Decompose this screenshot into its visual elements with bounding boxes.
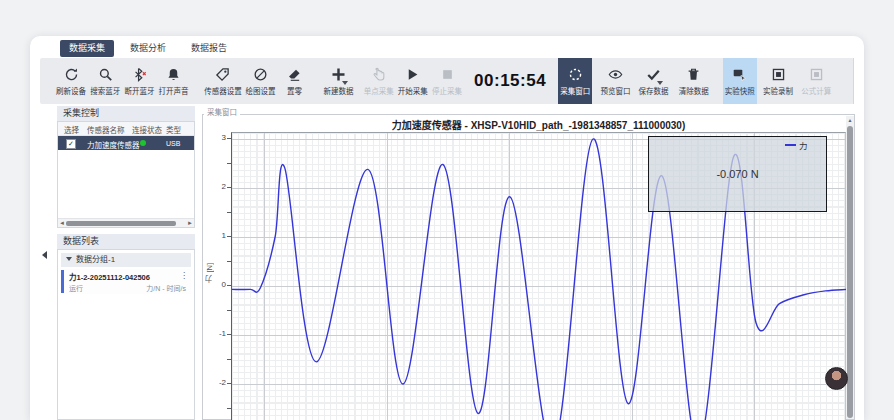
data-list-item[interactable]: 力1-2-20251112-042506 ⋮ 运行 力/N - 时间/s <box>61 269 191 294</box>
y-tick-label: 1 <box>208 231 226 240</box>
toolbar-separator <box>853 58 854 104</box>
table-row-sensor[interactable]: ✓ 力加速度传感器 USB <box>58 136 194 150</box>
sensor-type: USB <box>166 140 180 147</box>
bell-icon <box>166 67 181 82</box>
bell-button[interactable]: 打开声音 <box>156 58 190 104</box>
eraser-icon <box>287 67 302 82</box>
toolbar-button-label: 传感器设置 <box>204 85 242 96</box>
scrollbar-thumb[interactable] <box>66 221 176 226</box>
col-type: 类型 <box>166 124 181 135</box>
legend-label: 力 <box>799 139 808 151</box>
y-tick-label: 0 <box>208 280 226 289</box>
legend-line-swatch <box>785 144 796 147</box>
toolbar-button-label: 新建数据 <box>324 85 354 96</box>
item-accent-bar <box>61 270 64 293</box>
elapsed-timer: 00:15:54 <box>474 71 546 91</box>
chevron-down-icon[interactable] <box>342 81 348 85</box>
tab-0[interactable]: 数据采集 <box>60 40 114 57</box>
play-icon <box>405 67 420 82</box>
search-button[interactable]: 搜索蓝牙 <box>88 58 122 104</box>
record-icon <box>771 67 786 82</box>
avatar[interactable] <box>825 367 848 390</box>
horizontal-scrollbar[interactable]: ◄ ► <box>58 218 194 227</box>
eye-icon <box>608 67 623 82</box>
data-item-title: 力1-2-20251112-042506 <box>69 271 150 282</box>
y-tick-label: 2 <box>208 182 226 191</box>
stop-button[interactable]: 停止采集 <box>430 58 464 104</box>
toolbar-button-label: 单点采集 <box>364 85 394 96</box>
sensor-table-header: 选择 传感器名称 连接状态 类型 <box>58 122 194 136</box>
toolbar-button-label: 公式计算 <box>801 85 831 96</box>
app-window: 数据采集数据分析数据报告 刷新设备搜索蓝牙断开蓝牙打开声音传感器设置绘图设置置零… <box>30 36 864 420</box>
refresh-icon <box>64 67 79 82</box>
data-group-row[interactable]: 数据分组-1 <box>61 253 191 267</box>
toolbar-button-label: 保存数据 <box>639 85 669 96</box>
tab-2[interactable]: 数据报告 <box>182 40 236 57</box>
y-tick-label: 3 <box>208 133 226 142</box>
toolbar-button-label: 断开蓝牙 <box>124 85 154 96</box>
toolbar-button-label: 绘图设置 <box>245 85 275 96</box>
hand-point-button[interactable]: 单点采集 <box>362 58 396 104</box>
eye-button[interactable]: 预览窗口 <box>598 58 632 104</box>
data-group-label: 数据分组-1 <box>76 255 115 264</box>
sensor-settings-button[interactable]: 传感器设置 <box>203 58 244 104</box>
bluetooth-off-icon <box>132 67 147 82</box>
chart-legend: 力 <box>785 139 808 151</box>
plus-button[interactable]: 新建数据 <box>321 58 355 104</box>
scroll-left-icon[interactable]: ◄ <box>59 219 65 227</box>
toolbar-button-label: 置零 <box>287 85 302 96</box>
check-icon <box>646 67 661 82</box>
trash-button[interactable]: 清除数据 <box>677 58 711 104</box>
annotation-value: -0.070 N <box>716 168 758 180</box>
main-tabbar: 数据采集数据分析数据报告 <box>60 40 236 57</box>
sensor-settings-icon <box>215 67 230 82</box>
play-button[interactable]: 开始采集 <box>396 58 430 104</box>
scroll-right-icon[interactable]: ► <box>187 219 193 227</box>
status-dot <box>140 140 146 146</box>
check-button[interactable]: 保存数据 <box>636 58 670 104</box>
data-item-axes: 力/N - 时间/s <box>146 283 186 293</box>
formula-icon <box>809 67 824 82</box>
y-tick-label: -1 <box>208 329 226 338</box>
y-tick-label: -2 <box>208 378 226 387</box>
sensor-checkbox[interactable]: ✓ <box>66 139 76 149</box>
col-name: 传感器名称 <box>87 124 125 135</box>
formula-button[interactable]: 公式计算 <box>799 58 833 104</box>
record-button[interactable]: 实验录制 <box>761 58 795 104</box>
search-icon <box>98 67 113 82</box>
sidebar-collapse-toggle[interactable] <box>42 251 47 259</box>
dashed-circle-icon <box>568 67 583 82</box>
scroll-up-icon[interactable]: ▲ <box>846 116 854 124</box>
plot-settings-icon <box>253 67 268 82</box>
plus-icon <box>331 67 346 82</box>
toolbar-button-label: 打开声音 <box>159 85 189 96</box>
data-item-status: 运行 <box>69 283 83 293</box>
toolbar-button-label: 实验快照 <box>725 85 755 96</box>
snapshot-button[interactable]: 实验快照 <box>723 58 757 104</box>
sensor-name: 力加速度传感器 <box>87 139 140 150</box>
collection-control-header: 采集控制 <box>57 106 195 121</box>
main-toolbar: 刷新设备搜索蓝牙断开蓝牙打开声音传感器设置绘图设置置零新建数据单点采集开始采集停… <box>40 58 854 104</box>
chart-region: 力加速度传感器 - XHSP-V10HID_path_-1981348857_1… <box>202 114 855 420</box>
tab-1[interactable]: 数据分析 <box>121 40 175 57</box>
stop-icon <box>440 67 455 82</box>
sensor-table: 选择 传感器名称 连接状态 类型 ✓ 力加速度传感器 USB ◄ ► <box>57 121 195 228</box>
dashed-circle-button[interactable]: 采集窗口 <box>558 58 592 104</box>
eraser-button[interactable]: 置零 <box>277 58 311 104</box>
toolbar-button-label: 采集窗口 <box>560 85 590 96</box>
plot-settings-button[interactable]: 绘图设置 <box>243 58 277 104</box>
refresh-button[interactable]: 刷新设备 <box>54 58 88 104</box>
toolbar-button-label: 搜索蓝牙 <box>90 85 120 96</box>
toolbar-button-label: 刷新设备 <box>56 85 86 96</box>
vscrollbar-thumb[interactable] <box>847 126 853 418</box>
hand-point-icon <box>371 67 386 82</box>
bluetooth-off-button[interactable]: 断开蓝牙 <box>122 58 156 104</box>
chevron-down-icon[interactable] <box>657 81 663 85</box>
toolbar-button-label: 实验录制 <box>763 85 793 96</box>
toolbar-button-label: 停止采集 <box>432 85 462 96</box>
chevron-down-icon <box>66 257 72 261</box>
item-menu-icon[interactable]: ⋮ <box>180 271 188 280</box>
col-status: 连接状态 <box>132 124 162 135</box>
trash-icon <box>686 67 701 82</box>
snapshot-icon <box>732 67 747 82</box>
